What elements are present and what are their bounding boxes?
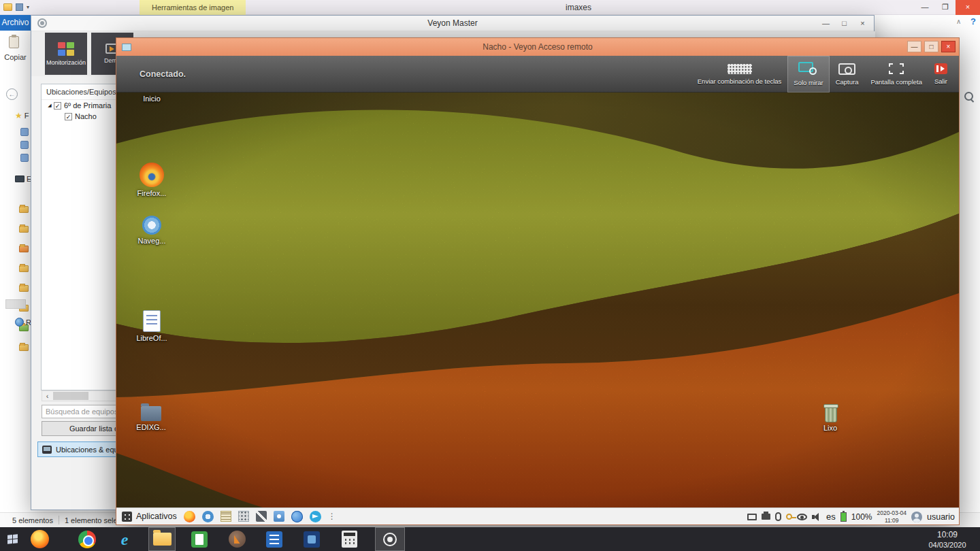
navy-app-icon bbox=[304, 531, 320, 548]
nav-folder-icon[interactable] bbox=[19, 265, 29, 272]
remote-close-button[interactable]: × bbox=[941, 41, 956, 52]
button-label: Enviar combinación de teclas bbox=[698, 78, 782, 85]
tree-expander-icon[interactable]: ◢ bbox=[46, 103, 54, 108]
exit-button[interactable]: Salir bbox=[928, 56, 953, 93]
taskbar-calculator[interactable] bbox=[336, 527, 363, 551]
taskbar-navy-app[interactable] bbox=[298, 527, 325, 551]
taskbar-media-app[interactable] bbox=[223, 527, 250, 551]
tools-launcher-icon[interactable] bbox=[256, 511, 267, 522]
copy-label[interactable]: Copiar bbox=[0, 53, 31, 61]
printer-tray-icon[interactable] bbox=[762, 514, 770, 520]
favorites-label: F bbox=[24, 112, 29, 120]
nav-folder-icon[interactable] bbox=[19, 226, 29, 233]
status-selected-count: 1 elemento selec bbox=[65, 516, 121, 524]
nav-computer[interactable]: E bbox=[15, 175, 31, 183]
calculator-launcher-icon[interactable] bbox=[238, 511, 249, 522]
taskbar-firefox[interactable] bbox=[26, 527, 53, 551]
checkbox-checked[interactable]: ✓ bbox=[65, 113, 72, 120]
screenshot-button[interactable]: Captura bbox=[830, 56, 865, 93]
user-menu[interactable]: usuario bbox=[927, 512, 955, 522]
veyon-master-title: Veyon Master bbox=[31, 18, 874, 28]
checkbox-checked[interactable]: ✓ bbox=[54, 102, 61, 110]
desktop-icon-label: Inicio bbox=[143, 95, 161, 103]
veyon-maximize-button[interactable]: □ bbox=[835, 16, 853, 31]
chrome-icon bbox=[78, 531, 96, 548]
button-label: Pantalla completa bbox=[870, 78, 922, 86]
nav-recent-icon[interactable] bbox=[20, 154, 29, 162]
taskbar-green-app[interactable] bbox=[186, 527, 213, 551]
view-only-button[interactable]: Solo mirar bbox=[787, 56, 829, 93]
veyon-master-titlebar[interactable]: Veyon Master — □ × bbox=[31, 16, 874, 31]
back-button[interactable]: ← bbox=[6, 88, 18, 100]
nav-folder-icon[interactable] bbox=[19, 206, 29, 213]
nav-favorites[interactable]: ★ F bbox=[15, 111, 29, 120]
help-icon[interactable]: ? bbox=[970, 16, 976, 27]
scroll-left-arrow[interactable]: ‹ bbox=[42, 391, 52, 401]
taskbar-word[interactable] bbox=[261, 527, 288, 551]
start-button[interactable] bbox=[1, 527, 24, 551]
veyon-eye-tray-icon[interactable] bbox=[797, 514, 807, 520]
taskbar-veyon[interactable] bbox=[375, 527, 405, 551]
text-editor-launcher-icon[interactable] bbox=[220, 511, 231, 522]
qat-dropdown-icon[interactable]: ▾ bbox=[27, 0, 29, 15]
ribbon-context-tab-image-tools[interactable]: Herramientas de imagen bbox=[140, 0, 246, 15]
desktop-icon-label: Naveg... bbox=[138, 237, 166, 245]
desktop-icon-firefox[interactable]: Firefox... bbox=[130, 163, 174, 197]
nav-folder-icon[interactable] bbox=[19, 344, 29, 351]
desktop-icon-inicio[interactable]: Inicio bbox=[130, 95, 174, 103]
taskbar-internet-explorer[interactable]: e bbox=[111, 527, 138, 551]
applications-menu-button[interactable]: Aplicativos bbox=[122, 512, 177, 522]
desktop-icon-libreoffice[interactable]: LibreOf... bbox=[130, 310, 174, 342]
remote-minimize-button[interactable]: — bbox=[907, 41, 921, 52]
explorer-minimize-button[interactable]: — bbox=[915, 0, 935, 15]
remote-desktop[interactable]: Inicio Firefox... Naveg... LibreOf... ED… bbox=[116, 93, 959, 507]
media-app-icon bbox=[229, 531, 246, 548]
scrollbar-thumb[interactable] bbox=[53, 392, 88, 400]
taskbar-time: 10:09 bbox=[919, 530, 976, 539]
fullscreen-button[interactable]: Pantalla completa bbox=[864, 56, 928, 93]
desktop-icon-trash[interactable]: Lixo bbox=[808, 404, 852, 432]
explorer-titlebar: ▾ Herramientas de imagen imaxes — ❐ × bbox=[0, 0, 980, 15]
send-key-combination-button[interactable]: Enviar combinación de teclas bbox=[691, 56, 788, 93]
veyon-minimize-button[interactable]: — bbox=[817, 16, 835, 31]
desktop-icon-browser[interactable]: Naveg... bbox=[130, 216, 174, 245]
nav-network[interactable]: R bbox=[15, 318, 31, 327]
monitoring-button[interactable]: Monitorización bbox=[45, 33, 87, 75]
volume-tray-icon[interactable] bbox=[812, 513, 821, 521]
key-tray-icon[interactable] bbox=[786, 514, 792, 520]
network-label: R bbox=[26, 318, 31, 327]
document-icon bbox=[143, 310, 161, 332]
firefox-launcher-icon[interactable] bbox=[184, 511, 195, 522]
explorer-close-button[interactable]: × bbox=[956, 0, 980, 15]
taskbar-chrome[interactable] bbox=[74, 527, 101, 551]
nav-downloads-icon[interactable] bbox=[20, 141, 29, 149]
chromium-launcher-icon[interactable] bbox=[202, 511, 214, 522]
copy-icon[interactable] bbox=[9, 36, 19, 48]
web-browser-launcher-icon[interactable] bbox=[291, 511, 303, 522]
mouse-tray-icon[interactable] bbox=[775, 512, 781, 521]
veyon-close-button[interactable]: × bbox=[853, 16, 872, 31]
desktop-icon-folder[interactable]: EDIXG... bbox=[129, 406, 173, 431]
explorer-maximize-button[interactable]: ❐ bbox=[935, 0, 956, 15]
qat-save-icon[interactable] bbox=[16, 3, 23, 11]
nav-desktop-icon[interactable] bbox=[20, 128, 29, 136]
tree-item-label: 6º de Primaria bbox=[64, 101, 111, 110]
ribbon-collapse-icon[interactable]: ∧ bbox=[956, 18, 961, 25]
veyon-master-window-controls: — □ × bbox=[817, 16, 872, 31]
calculator-icon bbox=[342, 531, 357, 548]
remote-titlebar[interactable]: Nacho - Veyon Acceso remoto — □ × bbox=[116, 38, 959, 56]
telegram-launcher-icon[interactable] bbox=[310, 511, 321, 522]
nav-folder-icon[interactable] bbox=[19, 246, 29, 252]
nav-folder-icon[interactable] bbox=[19, 285, 29, 292]
image-viewer-launcher-icon[interactable] bbox=[274, 511, 284, 522]
remote-maximize-button[interactable]: □ bbox=[924, 41, 938, 52]
file-menu-tab[interactable]: Archivo bbox=[0, 15, 31, 31]
status-separator bbox=[59, 516, 59, 524]
explorer-search-box[interactable] bbox=[958, 87, 980, 106]
keyboard-layout-indicator[interactable]: es bbox=[826, 512, 836, 522]
more-launchers-icon[interactable]: ⋮ bbox=[328, 512, 336, 521]
display-tray-icon[interactable] bbox=[747, 514, 757, 520]
remote-clock[interactable]: 2020-03-04 11:09 bbox=[877, 510, 906, 523]
taskbar-clock[interactable]: 10:09 04/03/2020 bbox=[919, 530, 976, 549]
taskbar-file-explorer[interactable] bbox=[148, 527, 176, 551]
